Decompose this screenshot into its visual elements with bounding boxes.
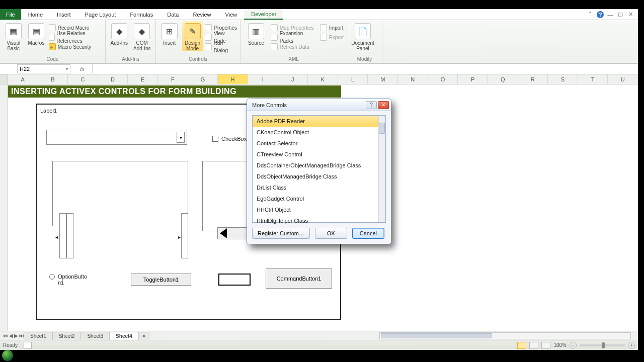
- col-header-C[interactable]: C: [68, 74, 98, 84]
- control-item[interactable]: HHCtrl Object: [253, 204, 385, 215]
- addins-button[interactable]: ◆Add-Ins: [109, 21, 130, 46]
- relative-refs-button[interactable]: Use Relative References: [49, 33, 102, 42]
- togglebutton-control[interactable]: ToggleButton1: [131, 274, 191, 286]
- col-header-U[interactable]: U: [608, 74, 638, 84]
- control-item[interactable]: Adobe PDF Reader: [253, 116, 385, 127]
- window-close-icon[interactable]: ✕: [627, 11, 634, 18]
- col-header-L[interactable]: L: [338, 74, 368, 84]
- help-icon[interactable]: ?: [597, 11, 604, 18]
- start-button-icon[interactable]: [2, 350, 13, 361]
- tab-developer[interactable]: Developer: [244, 9, 283, 20]
- spin-down-control[interactable]: [66, 213, 73, 258]
- col-header-J[interactable]: J: [278, 74, 308, 84]
- sheet-tab-sheet2[interactable]: Sheet2: [52, 332, 82, 340]
- expansion-button[interactable]: Expansion Packs: [271, 33, 318, 42]
- sheet-tab-sheet3[interactable]: Sheet3: [80, 332, 110, 340]
- scroll-right-small-icon[interactable]: ▸: [178, 234, 181, 240]
- col-header-D[interactable]: D: [98, 74, 128, 84]
- tab-home[interactable]: Home: [21, 9, 50, 20]
- new-sheet-button[interactable]: ✦: [138, 332, 149, 340]
- checkbox-box-icon[interactable]: [212, 136, 218, 142]
- image-control[interactable]: [218, 274, 251, 286]
- tab-data[interactable]: Data: [160, 9, 186, 20]
- col-header-K[interactable]: K: [308, 74, 338, 84]
- select-all-corner[interactable]: [0, 74, 8, 84]
- col-header-M[interactable]: M: [368, 74, 398, 84]
- spin-up-control[interactable]: [59, 213, 66, 258]
- col-header-A[interactable]: A: [8, 74, 38, 84]
- col-header-O[interactable]: O: [428, 74, 458, 84]
- control-item[interactable]: CTreeview Control: [253, 149, 385, 160]
- os-taskbar[interactable]: [0, 350, 644, 362]
- col-header-F[interactable]: F: [158, 74, 188, 84]
- xml-source-button[interactable]: ▥Source: [244, 21, 269, 46]
- tab-formulas[interactable]: Formulas: [123, 9, 160, 20]
- combobox-dropdown-icon[interactable]: ▾: [177, 132, 185, 143]
- control-item[interactable]: DdsContainerObjectManagedBridge Class: [253, 160, 385, 171]
- radio-dot-icon[interactable]: [49, 274, 55, 280]
- document-panel-button[interactable]: 📄Document Panel: [350, 21, 375, 51]
- dialog-help-icon[interactable]: ?: [366, 101, 377, 109]
- tab-view[interactable]: View: [218, 9, 245, 20]
- control-item[interactable]: DrList Class: [253, 182, 385, 193]
- macro-security-button[interactable]: ⚠Macro Security: [49, 42, 102, 51]
- col-header-Q[interactable]: Q: [488, 74, 518, 84]
- view-break-icon[interactable]: [541, 342, 550, 349]
- sheet-nav[interactable]: ⏮◀▶⏭: [0, 333, 24, 338]
- window-minimize-icon[interactable]: —: [607, 11, 614, 18]
- controls-listbox[interactable]: Adobe PDF ReaderCKoanControl ObjectConta…: [252, 115, 386, 223]
- list-scroll-thumb[interactable]: [379, 123, 385, 134]
- checkbox-control[interactable]: CheckBox: [212, 136, 247, 142]
- design-mode-button[interactable]: ✎Design Mode: [182, 21, 203, 51]
- macro-record-status-icon[interactable]: [24, 342, 32, 349]
- com-addins-button[interactable]: ◆COM Add-Ins: [132, 21, 153, 51]
- name-box-dropdown-icon[interactable]: ▾: [66, 67, 68, 71]
- hscroll-thumb[interactable]: [381, 333, 492, 338]
- dialog-titlebar[interactable]: More Controls ? ✕: [247, 99, 391, 111]
- name-box[interactable]: H22▾: [17, 64, 70, 73]
- optionbutton-control[interactable]: OptionButto n1: [49, 274, 105, 286]
- view-normal-icon[interactable]: [517, 342, 526, 349]
- col-header-R[interactable]: R: [518, 74, 548, 84]
- sheet-tab-sheet4[interactable]: Sheet4: [109, 332, 139, 340]
- commandbutton-control[interactable]: CommandButton1: [266, 268, 332, 289]
- col-header-N[interactable]: N: [398, 74, 428, 84]
- prev-sheet-icon[interactable]: ◀: [9, 333, 13, 338]
- control-item[interactable]: DdsObjectManagedBridge Class: [253, 171, 385, 182]
- macros-button[interactable]: ▤Macros: [26, 21, 46, 46]
- formula-input[interactable]: [93, 64, 638, 73]
- tab-insert[interactable]: Insert: [50, 9, 78, 20]
- cancel-button[interactable]: Cancel: [352, 228, 384, 239]
- row-gutter[interactable]: [0, 84, 8, 331]
- col-header-H[interactable]: H: [218, 74, 248, 84]
- scroll-left-small-icon[interactable]: ◂: [55, 234, 58, 240]
- label1-control[interactable]: Label1: [40, 108, 57, 114]
- col-header-P[interactable]: P: [458, 74, 488, 84]
- zoom-in-icon[interactable]: +: [628, 342, 635, 349]
- import-button[interactable]: Import: [320, 23, 344, 32]
- tab-review[interactable]: Review: [186, 9, 218, 20]
- combobox-control[interactable]: ▾: [46, 130, 187, 145]
- zoom-out-icon[interactable]: −: [570, 342, 577, 349]
- col-header-I[interactable]: I: [248, 74, 278, 84]
- window-restore-icon[interactable]: ▢: [617, 11, 624, 18]
- control-item[interactable]: CKoanControl Object: [253, 127, 385, 138]
- tab-page-layout[interactable]: Page Layout: [78, 9, 123, 20]
- register-custom-button[interactable]: Register Custom…: [252, 228, 310, 239]
- fx-icon[interactable]: fx: [72, 64, 93, 73]
- control-item[interactable]: EgoGadget Control: [253, 193, 385, 204]
- ok-button[interactable]: OK: [315, 228, 347, 239]
- vscroll-control[interactable]: [181, 213, 188, 258]
- dialog-close-icon[interactable]: ✕: [378, 101, 389, 109]
- col-header-S[interactable]: S: [548, 74, 578, 84]
- next-sheet-icon[interactable]: ▶: [14, 333, 18, 338]
- file-tab[interactable]: File: [0, 9, 21, 20]
- control-item[interactable]: HtmlDlgHelper Class: [253, 215, 385, 226]
- sheet-tab-sheet1[interactable]: Sheet1: [24, 332, 53, 340]
- view-layout-icon[interactable]: [529, 342, 538, 349]
- insert-control-button[interactable]: ⊞Insert: [159, 21, 180, 46]
- hscroll-left-icon[interactable]: [220, 228, 227, 238]
- horizontal-sheet-scrollbar[interactable]: [379, 332, 631, 339]
- zoom-slider-thumb[interactable]: [602, 342, 605, 348]
- visual-basic-button[interactable]: ▦Visual Basic: [3, 21, 24, 51]
